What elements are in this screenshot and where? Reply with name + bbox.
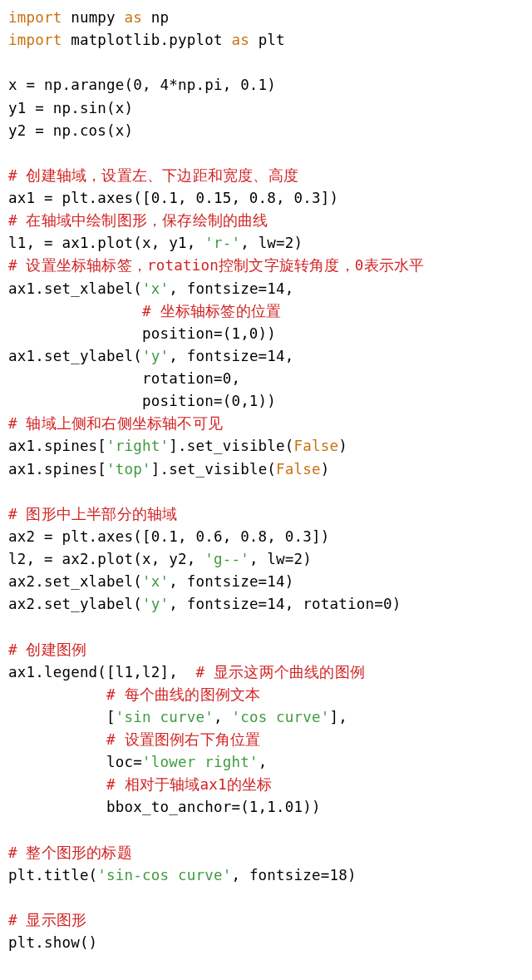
bool-false: False xyxy=(276,461,321,478)
code-tail: ) xyxy=(338,438,347,454)
code-line: l2, = ax2.plot(x, y2, xyxy=(8,551,204,567)
alias-np: np xyxy=(142,9,169,26)
string: 'top' xyxy=(106,461,151,478)
string: 'y' xyxy=(142,596,169,612)
kw-as: as xyxy=(125,9,142,26)
code-line: plt.show() xyxy=(8,934,97,951)
mod-numpy: numpy xyxy=(62,9,124,26)
string: 'x' xyxy=(142,573,169,590)
code-line: ax1.set_xlabel( xyxy=(8,280,142,297)
code-line: l1, = ax1.plot(x, y1, xyxy=(8,235,204,251)
kw-import: import xyxy=(8,32,62,48)
code-tail: ].set_visible( xyxy=(151,461,276,478)
comment: # 每个曲线的图例文本 xyxy=(8,686,260,703)
comment: # 创建轴域，设置左、下边距和宽度、高度 xyxy=(8,167,298,184)
code-line: ax1.spines[ xyxy=(8,461,106,478)
comment: # 显示这两个曲线的图例 xyxy=(195,664,364,681)
code-block: import numpy as np import matplotlib.pyp… xyxy=(8,7,524,954)
code-line: ax2 = plt.axes([0.1, 0.6, 0.8, 0.3]) xyxy=(8,528,330,545)
string: 'x' xyxy=(142,280,169,297)
code-line: position=(1,0)) xyxy=(8,325,276,342)
string: 'cos curve' xyxy=(231,709,329,725)
bool-false: False xyxy=(294,438,339,454)
comment: # 在轴域中绘制图形，保存绘制的曲线 xyxy=(8,212,268,229)
comment: 控制文字旋转角度， xyxy=(219,257,355,274)
code-line: ax2.set_xlabel( xyxy=(8,573,142,590)
kw-import: import xyxy=(8,9,62,26)
code-tail: , xyxy=(214,709,231,725)
code-line: rotation=0, xyxy=(8,370,240,387)
string: 'lower right' xyxy=(142,754,259,770)
code-line: x = np.arange(0, 4*np.pi, 0.1) xyxy=(8,77,276,93)
comment: # 轴域上侧和右侧坐标轴不可见 xyxy=(8,415,223,432)
alias-plt: plt xyxy=(249,32,285,48)
comment: # 创建图例 xyxy=(8,641,86,658)
comment: # 设置图例右下角位置 xyxy=(8,731,260,748)
comment: ax1 xyxy=(200,776,227,793)
code-line: y2 = np.cos(x) xyxy=(8,122,133,139)
kw-as: as xyxy=(231,32,249,48)
code-line: [ xyxy=(8,709,116,725)
code-line: position=(0,1)) xyxy=(8,393,276,409)
code-tail: , lw=2) xyxy=(249,551,312,567)
code-tail: , fontsize=18) xyxy=(231,867,356,883)
string: 'y' xyxy=(142,348,169,364)
comment: 0 xyxy=(355,257,364,274)
string: 'r-' xyxy=(204,235,240,251)
string: 'right' xyxy=(106,438,169,454)
comment: # 坐标轴标签的位置 xyxy=(8,303,281,319)
code-tail: , xyxy=(259,754,268,770)
mod-pyplot: matplotlib.pyplot xyxy=(62,32,231,48)
comment: # 显示图形 xyxy=(8,912,86,928)
code-line: loc= xyxy=(8,754,142,770)
comment: # 设置坐标轴标签， xyxy=(8,257,147,274)
code-line: ax1 = plt.axes([0.1, 0.15, 0.8, 0.3]) xyxy=(8,190,338,206)
code-line: y1 = np.sin(x) xyxy=(8,100,133,116)
comment: # 整个图形的标题 xyxy=(8,844,132,861)
string: 'sin-cos curve' xyxy=(97,867,231,883)
comment: 表示水平 xyxy=(364,257,425,274)
code-tail: , fontsize=14, xyxy=(169,348,293,364)
code-line: ax1.set_ylabel( xyxy=(8,348,142,364)
comment: # 相对于轴域 xyxy=(8,776,200,793)
code-tail: , fontsize=14, rotation=0) xyxy=(169,596,401,612)
string: 'g--' xyxy=(204,551,249,567)
code-tail: , fontsize=14) xyxy=(169,573,293,590)
code-tail: , fontsize=14, xyxy=(169,280,293,297)
code-line: ax2.set_ylabel( xyxy=(8,596,142,612)
code-tail: ], xyxy=(330,709,347,725)
code-line: plt.title( xyxy=(8,867,97,883)
code-line: bbox_to_anchor=(1,1.01)) xyxy=(8,799,321,815)
code-line: ax1.spines[ xyxy=(8,438,106,454)
code-tail: , lw=2) xyxy=(240,235,303,251)
comment: # 图形中上半部分的轴域 xyxy=(8,506,177,522)
code-line: ax1.legend([l1,l2], xyxy=(8,664,195,681)
code-tail: ) xyxy=(321,461,330,478)
code-tail: ].set_visible( xyxy=(169,438,293,454)
string: 'sin curve' xyxy=(116,709,214,725)
comment: 的坐标 xyxy=(227,776,273,793)
comment: rotation xyxy=(147,257,219,274)
